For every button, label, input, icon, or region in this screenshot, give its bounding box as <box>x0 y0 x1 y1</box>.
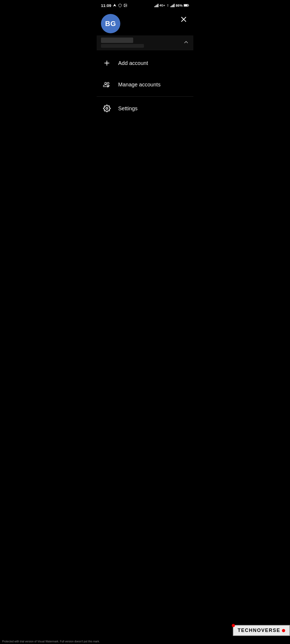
add-account-icon <box>102 58 112 68</box>
account-email-redacted <box>101 44 144 48</box>
avatar[interactable]: BG <box>101 14 120 33</box>
menu-list: Add account Manage accounts Settings <box>97 50 193 121</box>
add-account-label: Add account <box>118 60 148 66</box>
battery-icon <box>184 4 189 7</box>
status-time: 11:09 <box>101 3 111 8</box>
svg-point-2 <box>125 5 125 5</box>
network-type: 4G+ <box>160 4 165 7</box>
account-name-redacted <box>101 38 133 43</box>
manage-accounts-item[interactable]: Manage accounts <box>97 74 193 95</box>
status-right: 4G+ 86% <box>154 3 189 8</box>
signal-bars-left <box>154 3 158 7</box>
status-left: 11:09 <box>101 3 127 8</box>
chevron-up-icon[interactable] <box>183 39 189 46</box>
vpn-icon <box>118 3 122 7</box>
people-edit-icon <box>103 81 111 88</box>
svg-rect-4 <box>189 5 189 6</box>
account-info-bar[interactable] <box>97 35 193 50</box>
menu-divider <box>97 96 193 97</box>
plus-icon <box>103 59 111 67</box>
manage-accounts-icon <box>102 80 112 89</box>
account-details <box>101 38 144 48</box>
settings-icon <box>102 104 112 113</box>
image-icon <box>124 3 127 7</box>
data-arrows-icon <box>166 3 169 7</box>
navigation-icon <box>113 3 117 7</box>
svg-rect-5 <box>184 5 187 6</box>
close-button[interactable] <box>178 14 189 25</box>
signal-bars-right <box>171 3 175 7</box>
bottom-notice: Protected with trial version of Visual W… <box>97 639 193 644</box>
svg-point-10 <box>106 108 108 109</box>
gear-icon <box>103 105 111 112</box>
manage-accounts-label: Manage accounts <box>118 82 161 88</box>
svg-marker-0 <box>113 4 117 7</box>
add-account-item[interactable]: Add account <box>97 52 193 74</box>
status-bar: 11:09 4G+ <box>97 0 193 10</box>
close-icon <box>180 16 187 23</box>
settings-label: Settings <box>118 105 137 112</box>
bottom-notice-text: Protected with trial version of Visual W… <box>97 640 100 643</box>
battery-percentage: 86% <box>176 3 183 8</box>
header-area: BG <box>97 10 193 35</box>
settings-item[interactable]: Settings <box>97 98 193 119</box>
